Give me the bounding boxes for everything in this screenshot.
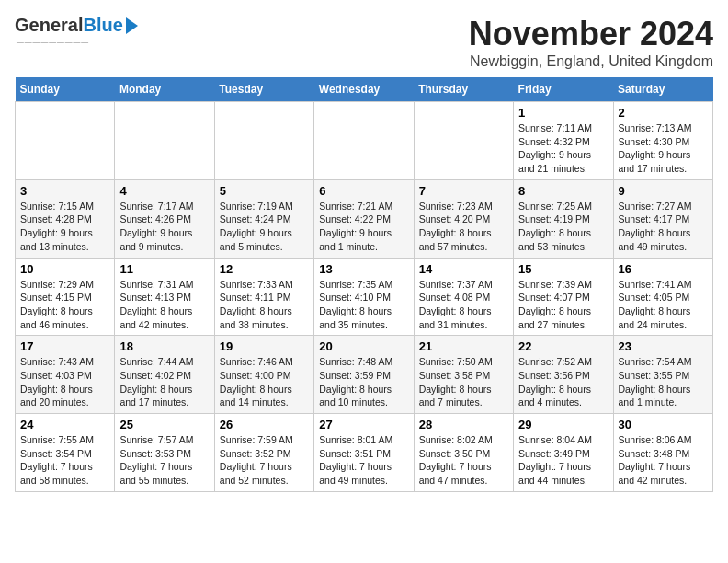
day-info: Sunrise: 7:59 AM Sunset: 3:52 PM Dayligh… [220, 433, 309, 488]
day-info: Sunrise: 7:25 AM Sunset: 4:19 PM Dayligh… [518, 200, 608, 254]
col-header-thursday: Thursday [414, 77, 513, 102]
title-area: November 2024 Newbiggin, England, United… [469, 15, 713, 70]
day-info: Sunrise: 7:39 AM Sunset: 4:07 PM Dayligh… [518, 278, 608, 332]
day-number: 14 [419, 262, 508, 276]
day-info: Sunrise: 7:31 AM Sunset: 4:13 PM Dayligh… [119, 278, 209, 332]
calendar-cell: 1Sunrise: 7:11 AM Sunset: 4:32 PM Daylig… [514, 102, 613, 180]
calendar-cell: 22Sunrise: 7:52 AM Sunset: 3:56 PM Dayli… [514, 336, 613, 414]
day-number: 13 [319, 262, 408, 276]
calendar-cell: 6Sunrise: 7:21 AM Sunset: 4:22 PM Daylig… [314, 179, 414, 258]
calendar-cell: 19Sunrise: 7:46 AM Sunset: 4:00 PM Dayli… [214, 336, 313, 414]
day-number: 23 [619, 339, 708, 353]
day-info: Sunrise: 7:35 AM Sunset: 4:10 PM Dayligh… [319, 278, 408, 332]
calendar-cell [16, 102, 115, 180]
calendar-cell: 5Sunrise: 7:19 AM Sunset: 4:24 PM Daylig… [214, 179, 313, 258]
calendar-cell: 30Sunrise: 8:06 AM Sunset: 3:48 PM Dayli… [613, 414, 712, 492]
day-number: 21 [419, 339, 508, 353]
calendar-cell: 29Sunrise: 8:04 AM Sunset: 3:49 PM Dayli… [514, 414, 613, 492]
day-info: Sunrise: 8:06 AM Sunset: 3:48 PM Dayligh… [619, 433, 708, 488]
calendar-week-2: 10Sunrise: 7:29 AM Sunset: 4:15 PM Dayli… [16, 258, 713, 336]
calendar-cell: 2Sunrise: 7:13 AM Sunset: 4:30 PM Daylig… [613, 102, 712, 180]
day-info: Sunrise: 8:04 AM Sunset: 3:49 PM Dayligh… [518, 433, 608, 488]
calendar-cell: 23Sunrise: 7:54 AM Sunset: 3:55 PM Dayli… [613, 336, 712, 414]
day-info: Sunrise: 7:52 AM Sunset: 3:56 PM Dayligh… [518, 355, 608, 409]
day-info: Sunrise: 7:44 AM Sunset: 4:02 PM Dayligh… [119, 355, 209, 409]
calendar-cell: 7Sunrise: 7:23 AM Sunset: 4:20 PM Daylig… [414, 179, 513, 258]
day-number: 11 [119, 262, 209, 276]
day-info: Sunrise: 7:50 AM Sunset: 3:58 PM Dayligh… [419, 355, 508, 409]
day-number: 18 [119, 339, 209, 353]
logo-arrow-icon [126, 17, 138, 34]
calendar-cell [414, 102, 513, 180]
page-header: GeneralBlue ───────── November 2024 Newb… [15, 15, 713, 70]
calendar-cell [314, 102, 414, 180]
calendar-cell: 25Sunrise: 7:57 AM Sunset: 3:53 PM Dayli… [115, 414, 214, 492]
calendar-cell: 12Sunrise: 7:33 AM Sunset: 4:11 PM Dayli… [214, 258, 313, 336]
calendar-cell [115, 102, 214, 180]
day-number: 30 [619, 418, 708, 431]
location-title: Newbiggin, England, United Kingdom [469, 53, 713, 70]
calendar-cell: 18Sunrise: 7:44 AM Sunset: 4:02 PM Dayli… [115, 336, 214, 414]
calendar-cell: 11Sunrise: 7:31 AM Sunset: 4:13 PM Dayli… [115, 258, 214, 336]
calendar-cell [214, 102, 313, 180]
calendar-cell: 8Sunrise: 7:25 AM Sunset: 4:19 PM Daylig… [514, 179, 613, 258]
calendar-cell: 27Sunrise: 8:01 AM Sunset: 3:51 PM Dayli… [314, 414, 414, 492]
col-header-sunday: Sunday [16, 77, 115, 102]
day-number: 2 [619, 106, 708, 120]
day-info: Sunrise: 7:13 AM Sunset: 4:30 PM Dayligh… [619, 121, 708, 176]
day-number: 27 [319, 418, 408, 431]
day-number: 29 [518, 418, 608, 431]
day-info: Sunrise: 7:23 AM Sunset: 4:20 PM Dayligh… [419, 200, 508, 254]
col-header-tuesday: Tuesday [214, 77, 313, 102]
day-info: Sunrise: 7:43 AM Sunset: 4:03 PM Dayligh… [20, 355, 109, 409]
calendar-cell: 20Sunrise: 7:48 AM Sunset: 3:59 PM Dayli… [314, 336, 414, 414]
calendar-cell: 13Sunrise: 7:35 AM Sunset: 4:10 PM Dayli… [314, 258, 414, 336]
day-info: Sunrise: 7:17 AM Sunset: 4:26 PM Dayligh… [119, 200, 209, 254]
day-info: Sunrise: 7:11 AM Sunset: 4:32 PM Dayligh… [518, 121, 608, 176]
day-number: 15 [518, 262, 608, 276]
day-number: 26 [220, 418, 309, 431]
day-info: Sunrise: 8:01 AM Sunset: 3:51 PM Dayligh… [319, 433, 408, 488]
col-header-monday: Monday [115, 77, 214, 102]
day-info: Sunrise: 7:54 AM Sunset: 3:55 PM Dayligh… [619, 355, 708, 409]
day-info: Sunrise: 8:02 AM Sunset: 3:50 PM Dayligh… [419, 433, 508, 488]
calendar-cell: 10Sunrise: 7:29 AM Sunset: 4:15 PM Dayli… [16, 258, 115, 336]
day-info: Sunrise: 7:15 AM Sunset: 4:28 PM Dayligh… [20, 200, 109, 254]
day-number: 20 [319, 339, 408, 353]
day-number: 24 [20, 418, 109, 431]
calendar-cell: 14Sunrise: 7:37 AM Sunset: 4:08 PM Dayli… [414, 258, 513, 336]
day-info: Sunrise: 7:21 AM Sunset: 4:22 PM Dayligh… [319, 200, 408, 254]
calendar-week-3: 17Sunrise: 7:43 AM Sunset: 4:03 PM Dayli… [16, 336, 713, 414]
day-number: 4 [119, 184, 209, 198]
day-info: Sunrise: 7:33 AM Sunset: 4:11 PM Dayligh… [220, 278, 309, 332]
calendar-week-0: 1Sunrise: 7:11 AM Sunset: 4:32 PM Daylig… [16, 102, 713, 180]
calendar-cell: 17Sunrise: 7:43 AM Sunset: 4:03 PM Dayli… [16, 336, 115, 414]
calendar-cell: 28Sunrise: 8:02 AM Sunset: 3:50 PM Dayli… [414, 414, 513, 492]
day-number: 6 [319, 184, 408, 198]
day-info: Sunrise: 7:29 AM Sunset: 4:15 PM Dayligh… [20, 278, 109, 332]
day-info: Sunrise: 7:57 AM Sunset: 3:53 PM Dayligh… [119, 433, 209, 488]
calendar-cell: 4Sunrise: 7:17 AM Sunset: 4:26 PM Daylig… [115, 179, 214, 258]
day-info: Sunrise: 7:55 AM Sunset: 3:54 PM Dayligh… [20, 433, 109, 488]
calendar-cell: 9Sunrise: 7:27 AM Sunset: 4:17 PM Daylig… [613, 179, 712, 258]
calendar-header-row: SundayMondayTuesdayWednesdayThursdayFrid… [16, 77, 713, 102]
day-number: 16 [619, 262, 708, 276]
calendar-week-1: 3Sunrise: 7:15 AM Sunset: 4:28 PM Daylig… [16, 179, 713, 258]
day-number: 22 [518, 339, 608, 353]
calendar-table: SundayMondayTuesdayWednesdayThursdayFrid… [15, 77, 713, 492]
day-number: 1 [518, 106, 608, 120]
col-header-saturday: Saturday [613, 77, 712, 102]
day-number: 10 [20, 262, 109, 276]
logo-underline: ───────── [15, 37, 107, 48]
logo-text: GeneralBlue [15, 15, 123, 36]
calendar-cell: 15Sunrise: 7:39 AM Sunset: 4:07 PM Dayli… [514, 258, 613, 336]
day-info: Sunrise: 7:46 AM Sunset: 4:00 PM Dayligh… [220, 355, 309, 409]
day-number: 19 [220, 339, 309, 353]
day-info: Sunrise: 7:48 AM Sunset: 3:59 PM Dayligh… [319, 355, 408, 409]
col-header-wednesday: Wednesday [314, 77, 414, 102]
day-info: Sunrise: 7:37 AM Sunset: 4:08 PM Dayligh… [419, 278, 508, 332]
day-info: Sunrise: 7:27 AM Sunset: 4:17 PM Dayligh… [619, 200, 708, 254]
day-number: 8 [518, 184, 608, 198]
day-number: 25 [119, 418, 209, 431]
day-number: 17 [20, 339, 109, 353]
